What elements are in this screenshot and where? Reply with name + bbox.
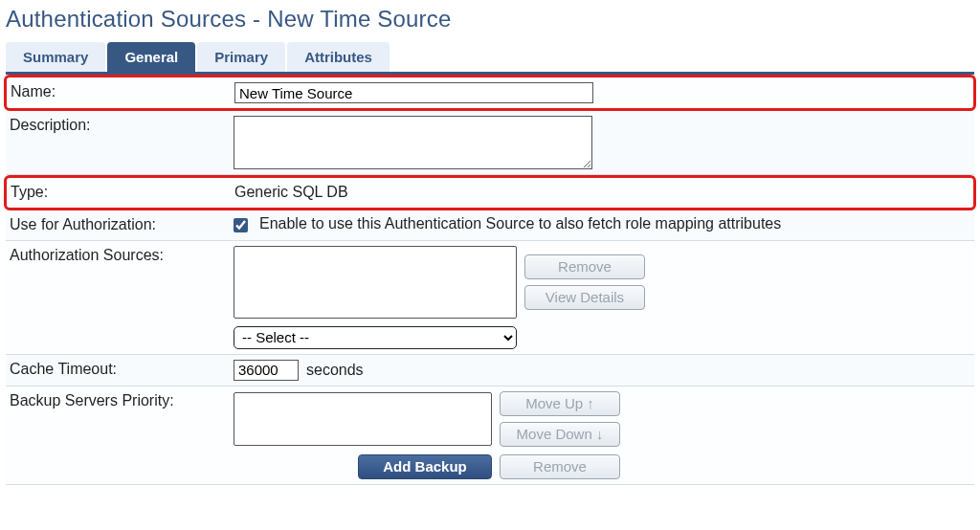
description-textarea[interactable] bbox=[234, 116, 592, 169]
row-name: Name: bbox=[4, 75, 976, 111]
auth-sources-select[interactable]: -- Select -- bbox=[234, 326, 517, 349]
cache-timeout-input[interactable] bbox=[234, 360, 299, 381]
add-backup-button[interactable]: Add Backup bbox=[358, 454, 492, 479]
form-body: Name: Description: Type: Generic SQL DB … bbox=[6, 75, 974, 485]
remove-backup-button[interactable]: Remove bbox=[500, 454, 620, 479]
remove-auth-source-button[interactable]: Remove bbox=[524, 254, 645, 279]
tabs: Summary General Primary Attributes bbox=[6, 42, 974, 75]
page-title: Authentication Sources - New Time Source bbox=[6, 6, 974, 33]
row-type: Type: Generic SQL DB bbox=[4, 175, 976, 210]
move-up-button[interactable]: Move Up ↑ bbox=[500, 391, 620, 416]
name-label: Name: bbox=[7, 77, 229, 107]
view-details-button[interactable]: View Details bbox=[524, 285, 645, 310]
use-for-auth-checkbox[interactable] bbox=[234, 218, 248, 232]
row-cache-timeout: Cache Timeout: seconds bbox=[6, 355, 974, 386]
cache-timeout-units: seconds bbox=[306, 362, 364, 379]
description-label: Description: bbox=[6, 111, 228, 141]
auth-sources-listbox[interactable] bbox=[234, 246, 517, 319]
row-authorization-sources: Authorization Sources: Remove View Detai… bbox=[6, 241, 974, 355]
type-value: Generic SQL DB bbox=[234, 183, 348, 201]
use-for-auth-text: Enable to use this Authentication Source… bbox=[259, 215, 781, 232]
tab-attributes[interactable]: Attributes bbox=[287, 42, 390, 72]
tab-primary[interactable]: Primary bbox=[197, 42, 285, 72]
move-down-button[interactable]: Move Down ↓ bbox=[500, 422, 620, 447]
row-use-for-authorization: Use for Authorization: Enable to use thi… bbox=[6, 210, 974, 241]
tab-summary[interactable]: Summary bbox=[6, 42, 105, 72]
backup-label: Backup Servers Priority: bbox=[6, 386, 228, 416]
row-backup-servers: Backup Servers Priority: Move Up ↑ Move … bbox=[6, 386, 974, 485]
type-label: Type: bbox=[7, 178, 229, 208]
tab-general[interactable]: General bbox=[107, 42, 195, 72]
backup-listbox[interactable] bbox=[234, 392, 492, 446]
use-for-auth-label: Use for Authorization: bbox=[6, 210, 228, 240]
row-description: Description: bbox=[6, 111, 974, 175]
cache-timeout-label: Cache Timeout: bbox=[6, 355, 228, 385]
name-input[interactable] bbox=[234, 82, 593, 103]
auth-sources-label: Authorization Sources: bbox=[6, 241, 228, 271]
